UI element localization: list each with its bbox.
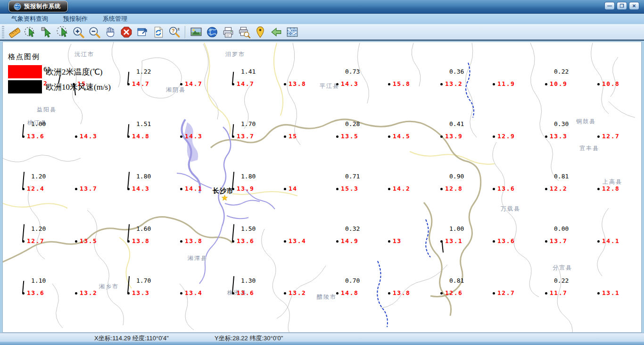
temperature-value: 12.7: [497, 289, 515, 296]
station-dot: [440, 83, 443, 85]
back-tool-button[interactable]: [269, 25, 284, 39]
print-icon: [222, 26, 234, 38]
wind-speed-value: 1.60: [136, 225, 151, 232]
wind-swatch: [8, 80, 42, 93]
window-frame-bottom: [0, 342, 644, 345]
temperature-value: 15.3: [341, 185, 358, 192]
station-dot: [127, 240, 130, 243]
zoom-out-tool-button[interactable]: [87, 25, 102, 39]
station-dot: [388, 83, 390, 85]
identify-tool-button[interactable]: ?±: [167, 25, 182, 39]
temperature-value: 13.8: [393, 289, 410, 296]
restore-button[interactable]: ❐: [617, 2, 627, 10]
wind-speed-value: 1.10: [31, 277, 46, 284]
menu-item-0[interactable]: 气象资料查询: [4, 15, 56, 23]
stop-icon: [120, 26, 132, 38]
window-export-icon: [136, 26, 149, 38]
wind-speed-value: 1.20: [31, 225, 46, 232]
temperature-value: 12.2: [550, 185, 567, 192]
pan-icon: [104, 26, 116, 38]
temperature-value: 13.2: [289, 289, 306, 296]
station-dot: [284, 135, 286, 138]
station-dot: [284, 83, 286, 85]
wind-speed-value: 1.50: [241, 225, 256, 232]
toolbar-grip[interactable]: [2, 26, 4, 38]
place-label: 益阳县: [37, 106, 57, 114]
window-controls: —❐✕: [604, 2, 639, 10]
legend-item-wind: 欧洲10米风速(m/s): [8, 80, 111, 93]
temperature-value: 13.3: [132, 289, 149, 296]
temperature-value: 13.7: [237, 133, 254, 140]
temperature-value: 14.8: [341, 289, 358, 296]
menu-item-1[interactable]: 预报制作: [56, 15, 95, 23]
station-dot: [545, 188, 547, 190]
station-dot: [180, 240, 182, 243]
back-icon: [270, 26, 282, 38]
select-tool-button[interactable]: [39, 25, 54, 39]
select-area-tool-button[interactable]: [23, 25, 38, 39]
restore-icon: ❐: [620, 4, 624, 8]
station-dot: [232, 135, 234, 138]
temperature-value: 13.8: [289, 80, 306, 87]
select-lasso-tool-button[interactable]: [55, 25, 70, 39]
map-viewport[interactable]: 沅江市汨罗市湘阴县平江县益阳县桃江县铜鼓县宜丰县上高县万载县湘潭县湘乡市株洲县醴…: [2, 42, 642, 333]
place-label: 铜鼓县: [576, 118, 596, 126]
wind-speed-value: 1.41: [241, 68, 256, 75]
wind-speed-value: 0.71: [345, 173, 360, 180]
titlebar: 预报制作系统 —❐✕: [0, 0, 644, 14]
place-label: 分宜县: [553, 264, 572, 272]
station-dot: [22, 240, 25, 243]
print-preview-icon: [238, 26, 250, 38]
temperature-value: 13.6: [27, 133, 44, 140]
marker-tool-button[interactable]: [253, 25, 268, 39]
print-tool-button[interactable]: [221, 25, 236, 39]
minimize-button[interactable]: —: [604, 2, 615, 10]
wind-speed-value: 1.00: [31, 120, 46, 127]
close-button[interactable]: ✕: [629, 2, 639, 10]
place-label: 汨罗市: [225, 50, 245, 59]
globe-tool-button[interactable]: [205, 25, 220, 39]
temperature-value: 13.5: [341, 133, 358, 140]
station-dot: [493, 135, 495, 138]
station-dot: [22, 135, 25, 138]
temperature-value: 13.4: [289, 237, 306, 244]
identify-icon: ?±: [168, 26, 181, 38]
temperature-value: 13.9: [237, 185, 254, 192]
station-dot: [597, 240, 600, 243]
legend-item-temperature: 欧洲2米温度(℃): [8, 65, 111, 78]
menu-item-2[interactable]: 系统管理: [95, 15, 135, 23]
temperature-value: 14.1: [185, 185, 202, 192]
temperature-value: 12.4: [27, 185, 44, 192]
wind-speed-value: 0.32: [345, 225, 360, 232]
station-dot: [284, 188, 286, 190]
pan-tool-button[interactable]: [103, 25, 118, 39]
zoom-out-icon: [88, 26, 100, 38]
app-tab[interactable]: 预报制作系统: [8, 0, 68, 12]
print-preview-tool-button[interactable]: [237, 25, 252, 39]
station-dot: [180, 292, 182, 295]
zoom-in-tool-button[interactable]: [71, 25, 86, 39]
toolbar-separator: [185, 26, 186, 38]
wind-speed-value: 0.73: [345, 68, 360, 75]
image-icon: [190, 26, 202, 38]
temperature-value: 12.8: [445, 185, 462, 192]
ruler-icon: [8, 26, 20, 38]
city-star-icon: ★: [221, 194, 228, 202]
wind-speed-value: 0.22: [554, 277, 569, 284]
stop-tool-button[interactable]: [119, 25, 134, 39]
station-dot: [22, 292, 25, 295]
refresh-tool-button[interactable]: [151, 25, 166, 39]
wind-speed-value: 0.28: [345, 120, 360, 127]
ruler-tool-button[interactable]: [7, 25, 22, 39]
image-tool-button[interactable]: [189, 25, 204, 39]
station-dot: [545, 83, 547, 85]
temperature-value: 13.2: [445, 80, 462, 87]
wind-speed-value: 0.30: [554, 120, 569, 127]
menubar: 气象资料查询预报制作系统管理: [0, 14, 644, 24]
grid-map-tool-button[interactable]: [285, 25, 300, 39]
wind-speed-value: 1.22: [136, 68, 151, 75]
window-export-tool-button[interactable]: [135, 25, 150, 39]
station-dot: [597, 83, 600, 85]
temperature-value: 13.6: [497, 237, 515, 244]
station-dot: [127, 188, 130, 190]
